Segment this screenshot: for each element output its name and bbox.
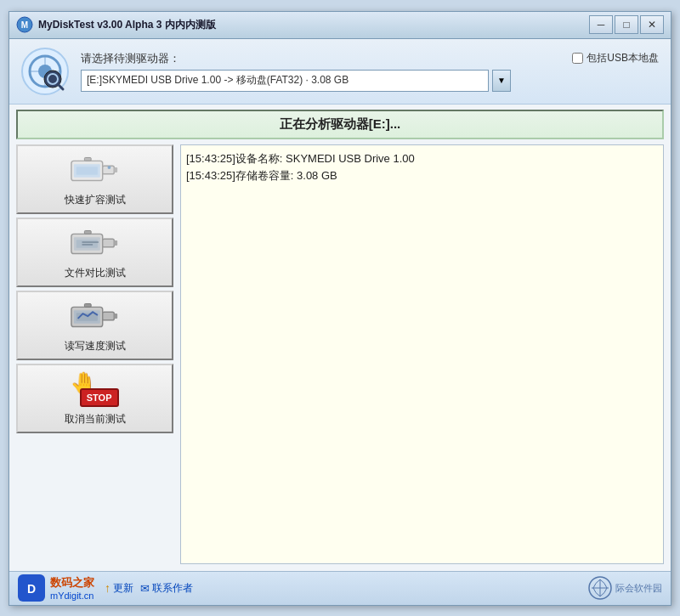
contact-link[interactable]: ✉ 联系作者: [140, 581, 193, 596]
footer-watermark: 际会软件园: [588, 576, 662, 600]
minimize-button[interactable]: ─: [589, 15, 613, 34]
svg-rect-29: [114, 314, 117, 319]
status-bar: 正在分析驱动器[E:]...: [16, 110, 664, 139]
close-button[interactable]: ✕: [640, 15, 664, 34]
maximize-button[interactable]: □: [615, 15, 638, 34]
window-title: MyDiskTest v3.00 Alpha 3 内内内测版: [38, 18, 589, 32]
brand-area: D 数码之家 mYdigit.cn: [18, 574, 94, 602]
svg-point-16: [107, 166, 110, 169]
stop-badge: STOP: [80, 388, 119, 407]
contact-label: 联系作者: [152, 581, 193, 596]
status-text: 正在分析驱动器[E:]...: [280, 116, 401, 131]
svg-rect-15: [76, 167, 97, 175]
brand-icon: D: [18, 574, 45, 602]
drive-input[interactable]: [81, 70, 489, 92]
brand-name: 数码之家: [50, 575, 94, 591]
footer-left: D 数码之家 mYdigit.cn ↑ 更新 ✉ 联系作者: [18, 574, 193, 602]
main-window: M MyDiskTest v3.00 Alpha 3 内内内测版 ─ □ ✕: [8, 11, 672, 606]
log-line: [15:43:25]设备名称: SKYMEDI USB Drive 1.00: [186, 150, 658, 168]
title-bar: M MyDiskTest v3.00 Alpha 3 内内内测版 ─ □ ✕: [9, 12, 671, 39]
svg-text:M: M: [21, 20, 28, 30]
svg-rect-19: [84, 230, 91, 234]
update-label: 更新: [113, 581, 133, 596]
log-area: [15:43:25]设备名称: SKYMEDI USB Drive 1.00[1…: [180, 144, 664, 564]
window-controls: ─ □ ✕: [589, 15, 664, 34]
svg-rect-14: [114, 167, 117, 172]
watermark-text: 际会软件园: [615, 582, 662, 595]
rw-speed-button[interactable]: 读写速度测试: [16, 291, 173, 360]
header-area: 请选择待测驱动器： ▼ 包括USB本地盘: [9, 39, 671, 105]
drive-selector: ▼: [81, 70, 660, 92]
mail-icon: ✉: [140, 582, 150, 595]
footer: D 数码之家 mYdigit.cn ↑ 更新 ✉ 联系作者: [9, 571, 671, 605]
quick-test-button[interactable]: 快速扩容测试: [16, 144, 173, 214]
update-icon: ↑: [105, 581, 110, 595]
include-usb-area: 包括USB本地盘: [572, 51, 659, 65]
sidebar: 快速扩容测试 文件对比测试: [16, 144, 173, 564]
update-link[interactable]: ↑ 更新: [105, 581, 133, 596]
footer-links: ↑ 更新 ✉ 联系作者: [105, 581, 193, 596]
app-icon: M: [16, 16, 33, 33]
log-content: [15:43:25]设备名称: SKYMEDI USB Drive 1.00[1…: [186, 150, 658, 186]
main-content: 快速扩容测试 文件对比测试: [9, 144, 671, 571]
file-compare-button[interactable]: 文件对比测试: [16, 218, 173, 287]
dropdown-arrow-button[interactable]: ▼: [492, 70, 511, 92]
log-line: [15:43:25]存储卷容量: 3.08 GB: [186, 167, 658, 185]
svg-text:D: D: [27, 582, 36, 596]
cancel-test-label: 取消当前测试: [65, 412, 126, 427]
rw-speed-icon: [70, 297, 121, 336]
app-logo: [20, 46, 71, 97]
quick-test-icon: [70, 151, 121, 189]
include-usb-label: 包括USB本地盘: [586, 51, 659, 65]
svg-rect-28: [102, 312, 114, 320]
file-compare-icon: [70, 224, 121, 263]
file-compare-label: 文件对比测试: [65, 266, 126, 280]
cancel-test-icon: 🤚 STOP: [70, 370, 121, 409]
svg-rect-12: [84, 157, 91, 161]
rw-speed-label: 读写速度测试: [65, 339, 126, 353]
brand-url: mYdigit.cn: [50, 591, 94, 601]
svg-rect-20: [102, 239, 114, 247]
svg-rect-27: [84, 303, 91, 307]
svg-rect-21: [114, 240, 117, 246]
quick-test-label: 快速扩容测试: [65, 193, 126, 207]
brand-text: 数码之家 mYdigit.cn: [50, 575, 94, 601]
svg-rect-22: [76, 240, 97, 248]
cancel-test-button[interactable]: 🤚 STOP 取消当前测试: [16, 364, 173, 433]
include-usb-checkbox[interactable]: [572, 53, 583, 64]
